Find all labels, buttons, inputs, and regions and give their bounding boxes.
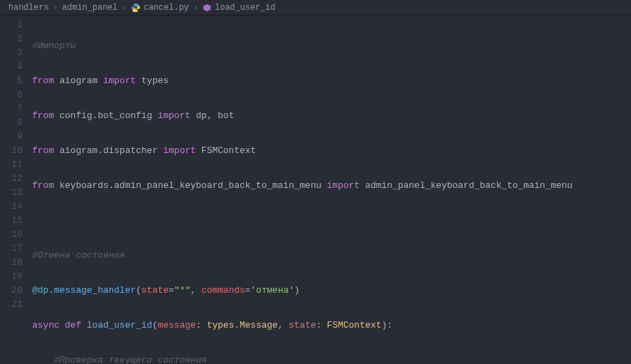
code-line: from keyboards.admin_panel_keyboard_back… — [32, 179, 631, 193]
line-number: 4 — [0, 60, 32, 74]
code-line: from aiogram import types — [32, 74, 631, 88]
code-area[interactable]: #Импорты from aiogram import types from … — [32, 15, 631, 364]
line-number: 21 — [0, 298, 32, 312]
code-line: async def load_user_id(message: types.Me… — [32, 319, 631, 333]
svg-point-1 — [136, 10, 137, 11]
line-number: 5 — [0, 74, 32, 88]
breadcrumb-label: admin_panel — [62, 3, 118, 13]
breadcrumb-symbol-load-user-id[interactable]: load_user_id — [202, 3, 275, 13]
line-number: 1 — [0, 18, 32, 32]
breadcrumb-label: load_user_id — [215, 3, 275, 13]
code-line: #Импорты — [32, 39, 631, 53]
line-number: 8 — [0, 116, 32, 130]
breadcrumb-label: handlers — [8, 3, 49, 13]
line-number: 2 — [0, 32, 32, 46]
line-number: 3 — [0, 46, 32, 60]
line-number: 12 — [0, 172, 32, 186]
line-number: 13 — [0, 186, 32, 200]
line-number: 6 — [0, 88, 32, 102]
code-line: @dp.message_handler(state="*", commands=… — [32, 284, 631, 298]
line-number-gutter: 1 2 3 4 5 6 7 8 9 10 11 12 13 14 15 16 1… — [0, 15, 32, 364]
code-line: from aiogram.dispatcher import FSMContex… — [32, 144, 631, 158]
line-number: 15 — [0, 214, 32, 228]
breadcrumb-file-cancel[interactable]: cancel.py — [131, 3, 189, 13]
code-line: #Отмена состояния — [32, 249, 631, 263]
chevron-right-icon: › — [53, 3, 58, 13]
code-line: from config.bot_config import dp, bot — [32, 109, 631, 123]
line-number: 17 — [0, 242, 32, 256]
breadcrumb: handlers › admin_panel › cancel.py › loa… — [0, 0, 631, 15]
svg-point-0 — [134, 3, 135, 4]
breadcrumb-folder-admin-panel[interactable]: admin_panel — [62, 3, 118, 13]
line-number: 20 — [0, 284, 32, 298]
line-number: 9 — [0, 130, 32, 144]
line-number: 14 — [0, 200, 32, 214]
line-number: 7 — [0, 102, 32, 116]
line-number: 19 — [0, 270, 32, 284]
breadcrumb-folder-handlers[interactable]: handlers — [8, 3, 49, 13]
line-number: 16 — [0, 228, 32, 242]
code-line: #Проверка текущего состояния — [32, 354, 631, 364]
chevron-right-icon: › — [122, 3, 127, 13]
line-number: 10 — [0, 144, 32, 158]
line-number: 11 — [0, 158, 32, 172]
code-editor[interactable]: 1 2 3 4 5 6 7 8 9 10 11 12 13 14 15 16 1… — [0, 15, 631, 364]
line-number: 18 — [0, 256, 32, 270]
function-icon — [202, 3, 212, 13]
python-file-icon — [131, 3, 141, 13]
breadcrumb-label: cancel.py — [143, 3, 189, 13]
chevron-right-icon: › — [193, 3, 198, 13]
code-line — [32, 214, 631, 228]
